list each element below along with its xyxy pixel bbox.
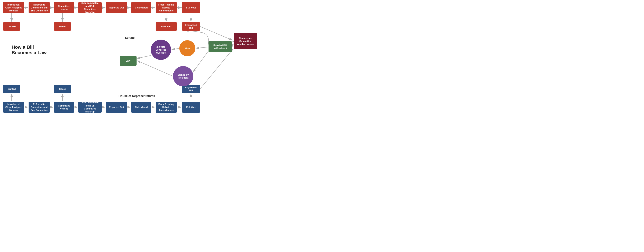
senate-full-vote-box: Full Vote [182, 2, 200, 13]
signed-by-president-circle: Signed byPresident [173, 66, 193, 86]
senate-label: Senate [125, 36, 135, 40]
senate-introduced-box: Introduced.Clerk AssignedMember [3, 2, 24, 13]
svg-line-16 [232, 44, 232, 47]
senate-calendared-box: Calendared [131, 2, 151, 13]
house-introduced-box: Introduced.Clerk AssignedMember [3, 102, 24, 113]
house-reported-box: Reported Out [106, 102, 127, 113]
house-subcommittee-box: Sub Committeeand Full CommitteeMark Up [78, 102, 102, 113]
house-full-vote-box: Full Vote [182, 102, 200, 113]
senate-tabled-box: Tabled [54, 22, 71, 31]
house-label: House of Representatives [118, 94, 155, 98]
svg-line-19 [137, 60, 173, 76]
page-title: How a BillBecomes a Law [12, 44, 46, 56]
senate-floor-reading-box: Floor ReadingDebateAmendments [156, 2, 177, 13]
svg-line-13 [200, 26, 232, 40]
house-drafted-box: Drafted [3, 85, 20, 93]
senate-engrossed-box: Engrossed Bill [182, 22, 200, 31]
senate-committee-hearing-box: CommitteeHearing [54, 2, 74, 13]
house-committee-hearing-box: CommitteeHearing [54, 102, 74, 113]
svg-line-17 [196, 47, 208, 48]
senate-drafted-box: Drafted [3, 22, 20, 31]
svg-line-21 [137, 56, 151, 58]
conference-committee-box: ConferenceCommitteeVote by Houses [234, 33, 257, 49]
law-box: Law [120, 56, 136, 66]
veto-circle: Veto [179, 40, 196, 56]
house-calendared-box: Calendared [131, 102, 151, 113]
svg-line-18 [193, 51, 208, 72]
override-circle: 2/3 VoteCongressOverride [151, 40, 171, 60]
house-referred-box: Referred toCommittee andSub Committee [28, 102, 50, 113]
senate-filibuster-box: Filibuster [156, 22, 177, 31]
diagram: How a BillBecomes a Law Senate House of … [0, 0, 322, 126]
senate-subcommittee-box: Sub Committeeand Full CommitteeMark Up [78, 2, 102, 13]
svg-line-14 [200, 49, 233, 89]
senate-reported-box: Reported Out [106, 2, 127, 13]
enrolled-bill-box: Enrolled Billto President [208, 41, 232, 52]
house-tabled-box: Tabled [54, 85, 71, 93]
senate-referred-box: Referred toCommittee andSub Committee [28, 2, 50, 13]
svg-line-20 [172, 48, 179, 50]
house-floor-reading-box: Floor ReadingDebateAmendments [156, 102, 177, 113]
